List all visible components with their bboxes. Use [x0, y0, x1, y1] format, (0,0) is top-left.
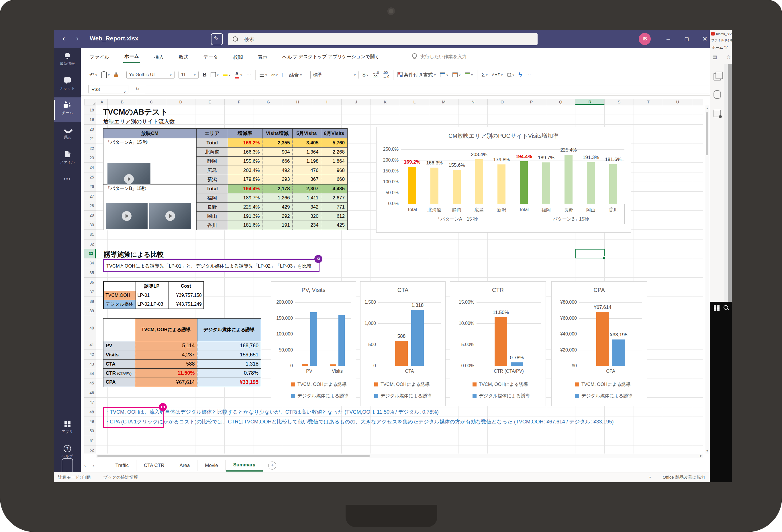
pdf-app-icons[interactable]: ▤ ☆	[712, 54, 732, 60]
row-header-26[interactable]: 26	[84, 182, 96, 191]
sidebar-item-チャット[interactable]: チャット	[54, 73, 81, 97]
row-header-32[interactable]: 32	[84, 240, 96, 249]
column-header-T[interactable]: T	[634, 99, 663, 105]
row-header-38[interactable]: 38	[84, 297, 96, 306]
row-header-44[interactable]: 44	[84, 369, 96, 379]
tab-表示[interactable]: 表示	[256, 52, 269, 62]
row-header-34[interactable]: 34	[84, 258, 96, 268]
tab-ファイル[interactable]: ファイル	[88, 52, 111, 62]
select-all-corner[interactable]	[84, 99, 96, 105]
row-header-22[interactable]: 22	[84, 144, 96, 153]
windows-icon[interactable]	[714, 305, 716, 308]
increase-decimal-button[interactable]: ←.0.00	[372, 71, 379, 79]
currency-button[interactable]: $∨	[362, 72, 368, 78]
workbook-stats[interactable]: ブックの統計情報	[103, 475, 138, 480]
row-header-23[interactable]: 23	[84, 153, 96, 163]
font-size-select[interactable]: 11∨	[179, 71, 199, 78]
column-header-K[interactable]: K	[371, 99, 400, 105]
note-badge-th[interactable]: TH	[159, 403, 167, 411]
number-format-select[interactable]: 標準∨	[310, 71, 358, 79]
row-header-50[interactable]: 50	[84, 426, 96, 436]
format-as-table-button[interactable]: ∨	[440, 72, 449, 77]
paperclip-icon[interactable]	[713, 90, 721, 99]
open-in-desktop[interactable]: デスクトップ アプリケーションで開く	[298, 54, 380, 60]
sheet-tab-Summary[interactable]: Summary	[226, 460, 263, 471]
column-header-I[interactable]: I	[312, 99, 342, 105]
row-header-25[interactable]: 25	[84, 173, 96, 182]
selected-cell[interactable]	[575, 249, 605, 258]
undo-button[interactable]: ↶∨	[90, 71, 98, 78]
avatar[interactable]: IS	[639, 33, 651, 45]
horizontal-scrollbar[interactable]: ▶	[96, 454, 703, 458]
sidebar-item-チーム[interactable]: チーム	[54, 97, 81, 122]
taskbar-search-icon[interactable]	[723, 305, 728, 310]
row-header-35[interactable]: 35	[84, 268, 96, 278]
column-header-P[interactable]: P	[517, 99, 546, 105]
comment-badge-ki[interactable]: KI	[314, 255, 322, 263]
row-header-52[interactable]: 52	[84, 446, 96, 454]
sidebar-item-アプリ[interactable]: アプリ	[54, 416, 81, 441]
vertical-scrollbar[interactable]: ▲ ▼	[705, 105, 709, 454]
row-header-46[interactable]: 46	[84, 388, 96, 398]
row-header-39[interactable]: 39	[84, 306, 96, 316]
pdf-app-menu[interactable]: ファイル (F) 編	[711, 38, 732, 42]
row-header-24[interactable]: 24	[84, 163, 96, 172]
row-header-31[interactable]: 31	[84, 230, 96, 239]
row-header-37[interactable]: 37	[84, 287, 96, 297]
search-input[interactable]: 検索	[228, 33, 538, 45]
sheet-tab-Area[interactable]: Area	[172, 460, 198, 471]
more-font-options[interactable]: ⋯	[246, 72, 251, 78]
name-box[interactable]: R33∨	[88, 85, 129, 94]
maximize-button[interactable]: ▢	[681, 34, 692, 45]
row-header-43[interactable]: 43	[84, 359, 96, 369]
decrease-decimal-button[interactable]: .00→.0	[383, 71, 389, 79]
minimize-button[interactable]: –	[663, 34, 674, 45]
formula-input[interactable]	[145, 85, 732, 94]
column-header-O[interactable]: O	[488, 99, 517, 105]
row-header-30[interactable]: 30	[84, 220, 96, 230]
tab-ヘルプ[interactable]: ヘルプ	[281, 52, 298, 62]
row-header-41[interactable]: 41	[84, 340, 96, 350]
sidebar-item-more[interactable]: •••	[54, 171, 81, 196]
borders-button[interactable]: ∨	[211, 72, 219, 77]
row-header-42[interactable]: 42	[84, 350, 96, 359]
column-header-Q[interactable]: Q	[546, 99, 575, 105]
column-header-E[interactable]: E	[196, 99, 225, 105]
fill-color-button[interactable]: ∨	[223, 73, 231, 77]
bold-button[interactable]: B	[203, 72, 207, 78]
forward-button[interactable]: ›	[76, 34, 79, 43]
add-sheet-button[interactable]: +	[268, 462, 276, 469]
column-header-H[interactable]: H	[283, 99, 312, 105]
calc-mode[interactable]: 計算モード: 自動	[58, 475, 91, 480]
tell-me[interactable]: 実行したい作業を入力	[420, 54, 467, 60]
wrap-text-button[interactable]: ab↵	[271, 73, 279, 77]
column-header-F[interactable]: F	[225, 99, 254, 105]
tab-数式[interactable]: 数式	[177, 52, 189, 62]
row-header-20[interactable]: 20	[84, 125, 96, 134]
sheet-area[interactable]: TVCMのABテスト 放映エリア別のサイト流入数 放映CMエリア増減率Visit…	[96, 105, 703, 454]
close-button[interactable]: ✕	[699, 34, 711, 45]
sheet-nav-back[interactable]: ‹	[81, 463, 89, 468]
column-header-J[interactable]: J	[342, 99, 371, 105]
status-caret[interactable]: ∨	[649, 476, 651, 479]
chart-ctr[interactable]: CTR0.00%5.00%10.00%15.00%CTR (CTA/PV)11.…	[450, 281, 546, 406]
column-header-R[interactable]: R	[575, 99, 605, 105]
pdf-app-tab[interactable]: ホーム ツ	[712, 45, 728, 50]
row-header-18[interactable]: 18	[84, 105, 96, 115]
row-header-45[interactable]: 45	[84, 379, 96, 388]
pages-icon[interactable]	[713, 73, 721, 80]
video-thumbnail[interactable]	[149, 203, 191, 229]
sidebar-item-ファイル[interactable]: ファイル	[54, 147, 81, 171]
row-header-28[interactable]: 28	[84, 201, 96, 211]
row-header-29[interactable]: 29	[84, 211, 96, 220]
sidebar-item-通話[interactable]: 通話	[54, 122, 81, 147]
tab-データ[interactable]: データ	[202, 52, 219, 62]
video-thumbnail[interactable]	[106, 203, 148, 229]
font-name-select[interactable]: Yu Gothic UI∨	[127, 71, 175, 78]
find-button[interactable]: ∨	[507, 73, 514, 77]
row-header-40[interactable]: 40	[84, 316, 96, 340]
font-color-button[interactable]: A∨	[235, 71, 242, 78]
column-header-A[interactable]: A	[96, 99, 108, 105]
chart-pv-visits[interactable]: PV, Visits050,000100,000150,000200,000PV…	[271, 281, 356, 406]
sheet-tab-Traffic[interactable]: Traffic	[108, 460, 136, 471]
